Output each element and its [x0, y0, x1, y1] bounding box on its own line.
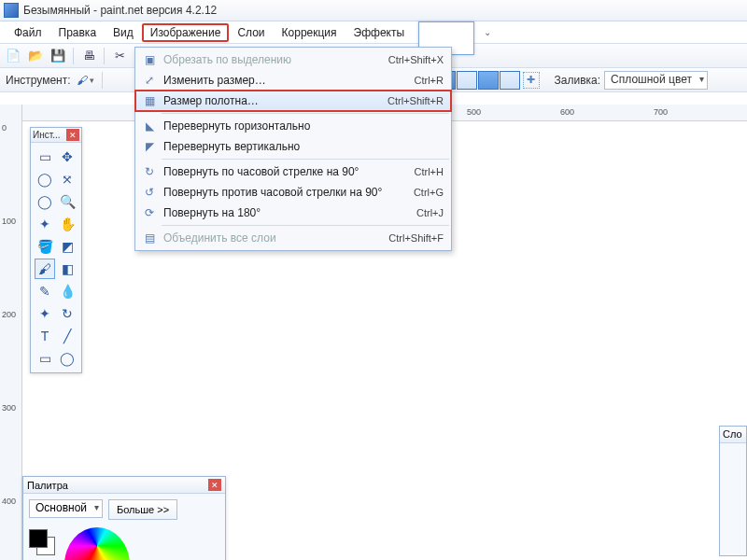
- canvas-icon: ▦: [139, 94, 160, 107]
- tool-pan[interactable]: ✋: [57, 214, 78, 234]
- palette-more-button[interactable]: Больше >>: [108, 499, 177, 520]
- tool-bucket[interactable]: 🪣: [35, 236, 55, 257]
- print-icon[interactable]: 🖶: [79, 47, 98, 65]
- tool-ellipse-select[interactable]: ◯: [35, 191, 55, 212]
- fill-combo[interactable]: Сплошной цвет: [604, 71, 708, 90]
- tools-panel-title: Инст...: [33, 130, 61, 140]
- tool-rectangle[interactable]: ▭: [35, 348, 55, 369]
- foreground-swatch[interactable]: [29, 529, 48, 548]
- tool-eraser[interactable]: ◧: [57, 259, 78, 279]
- tool-move[interactable]: ✥: [57, 147, 78, 167]
- menu-item-label: Повернуть против часовой стрелки на 90°: [160, 186, 414, 199]
- color-swatches[interactable]: [29, 529, 55, 555]
- toggle-colors-icon[interactable]: [500, 71, 520, 90]
- tool-pencil[interactable]: ✎: [35, 281, 55, 301]
- menu-layers[interactable]: Слои: [229, 23, 273, 42]
- color-wheel[interactable]: [64, 527, 130, 560]
- app-icon: [4, 3, 19, 18]
- palette-title: Палитра: [27, 480, 68, 491]
- menu-item-flipv[interactable]: ◤Перевернуть вертикально: [135, 136, 451, 157]
- menu-item-flatten: ▤Объединить все слоиCtrl+Shift+F: [135, 228, 451, 248]
- menu-item-shortcut: Ctrl+H: [415, 166, 444, 177]
- tool-label: Инструмент:: [6, 74, 71, 87]
- menu-item-shortcut: Ctrl+Shift+F: [388, 232, 444, 244]
- new-file-icon[interactable]: 📄: [4, 47, 22, 65]
- menu-image[interactable]: Изображение: [142, 23, 230, 42]
- menu-item-label: Объединить все слои: [160, 231, 388, 245]
- rotccw-icon: ↺: [139, 186, 160, 199]
- tool-rect-select[interactable]: ▭: [35, 147, 55, 167]
- tool-recolor[interactable]: ↻: [57, 303, 78, 324]
- brush-icon: 🖌: [77, 74, 88, 87]
- tool-zoom[interactable]: 🔍: [57, 191, 78, 212]
- palette-header[interactable]: Палитра ✕: [23, 477, 225, 494]
- menu-item-rotcw[interactable]: ↻Повернуть по часовой стрелке на 90°Ctrl…: [135, 161, 451, 182]
- tools-panel: Инст... ✕ ▭ ✥ ◯ ⤧ ◯ 🔍 ✦ ✋ 🪣 ◩ 🖌 ◧ ✎ 💧 ✦ …: [30, 127, 82, 373]
- fill-selector: Заливка: Сплошной цвет: [555, 71, 708, 90]
- tools-panel-header[interactable]: Инст... ✕: [31, 128, 81, 143]
- menu-item-label: Повернуть на 180°: [160, 206, 416, 219]
- tool-clone[interactable]: ✦: [35, 303, 55, 324]
- tool-picker[interactable]: 🖌 ▾: [77, 74, 94, 87]
- cut-icon[interactable]: ✂: [110, 47, 129, 65]
- toggle-layers-icon[interactable]: [478, 71, 499, 90]
- ruler-label: 100: [2, 217, 16, 226]
- menu-item-canvas[interactable]: ▦Размер полотна…Ctrl+Shift+R: [135, 91, 451, 111]
- menu-item-label: Повернуть по часовой стрелке на 90°: [160, 165, 415, 178]
- menu-adjust[interactable]: Коррекция: [274, 23, 345, 42]
- menu-edit[interactable]: Правка: [50, 23, 106, 42]
- ruler-label: 400: [2, 497, 16, 506]
- menu-item-rot180[interactable]: ⟳Повернуть на 180°Ctrl+J: [135, 203, 451, 223]
- menu-file[interactable]: Файл: [6, 23, 50, 42]
- fill-label: Заливка:: [555, 74, 601, 87]
- close-icon[interactable]: ✕: [66, 129, 79, 141]
- tool-move-selection[interactable]: ⤧: [57, 169, 78, 189]
- tool-gradient[interactable]: ◩: [57, 236, 78, 257]
- save-file-icon[interactable]: 💾: [49, 47, 67, 65]
- layers-panel: Сло: [719, 426, 747, 556]
- menu-view[interactable]: Вид: [105, 23, 142, 42]
- menu-item-label: Перевернуть горизонтально: [160, 119, 444, 133]
- open-file-icon[interactable]: 📂: [26, 47, 45, 65]
- layers-panel-title[interactable]: Сло: [720, 427, 746, 443]
- rot180-icon: ⟳: [139, 206, 160, 219]
- menu-item-shortcut: Ctrl+R: [415, 75, 444, 86]
- vertical-ruler: 0 100 200 300 400: [0, 105, 22, 560]
- window-title: Безымянный - paint.net версия 4.2.12: [23, 4, 217, 17]
- menu-item-label: Перевернуть вертикально: [160, 140, 444, 153]
- toggle-history-icon[interactable]: [457, 71, 477, 90]
- close-icon[interactable]: ✕: [208, 479, 221, 491]
- thumbnail-dropdown-icon[interactable]: ⌄: [484, 27, 491, 37]
- menu-item-shortcut: Ctrl+Shift+R: [388, 95, 444, 106]
- tool-text[interactable]: T: [35, 326, 55, 346]
- ruler-label: 500: [467, 107, 481, 117]
- menu-item-fliph[interactable]: ◣Перевернуть горизонтально: [135, 116, 451, 136]
- ruler-label: 700: [654, 107, 668, 117]
- tool-line[interactable]: ╱: [57, 326, 78, 346]
- menu-effects[interactable]: Эффекты: [345, 23, 414, 42]
- menu-item-resize[interactable]: ⤢Изменить размер…Ctrl+R: [135, 70, 451, 91]
- flipv-icon: ◤: [139, 140, 160, 153]
- palette-primary-combo[interactable]: Основной: [29, 499, 103, 518]
- tool-lasso[interactable]: ◯: [35, 169, 55, 189]
- menu-item-shortcut: Ctrl+J: [416, 207, 444, 218]
- ruler-label: 600: [560, 107, 574, 117]
- resize-icon: ⤢: [139, 74, 160, 87]
- flatten-icon: ▤: [139, 231, 160, 245]
- rotcw-icon: ↻: [139, 165, 160, 178]
- toolbar-separator: [102, 72, 103, 89]
- title-bar: Безымянный - paint.net версия 4.2.12: [0, 0, 747, 21]
- settings-icon[interactable]: ✚: [523, 72, 540, 89]
- tool-shape[interactable]: ◯: [57, 348, 78, 369]
- menu-item-rotccw[interactable]: ↺Повернуть против часовой стрелки на 90°…: [135, 182, 451, 203]
- tool-magic-wand[interactable]: ✦: [35, 214, 55, 234]
- ruler-label: 0: [2, 123, 7, 133]
- chevron-down-icon: ▾: [90, 76, 94, 85]
- tool-color-picker[interactable]: 💧: [57, 281, 78, 301]
- tool-brush[interactable]: 🖌: [35, 259, 55, 279]
- crop-icon: ▣: [139, 53, 160, 66]
- toolbar-separator: [73, 48, 74, 64]
- palette-panel: Палитра ✕ Основной Больше >>: [22, 476, 226, 560]
- menu-item-shortcut: Ctrl+G: [414, 187, 444, 198]
- ruler-label: 300: [2, 403, 16, 413]
